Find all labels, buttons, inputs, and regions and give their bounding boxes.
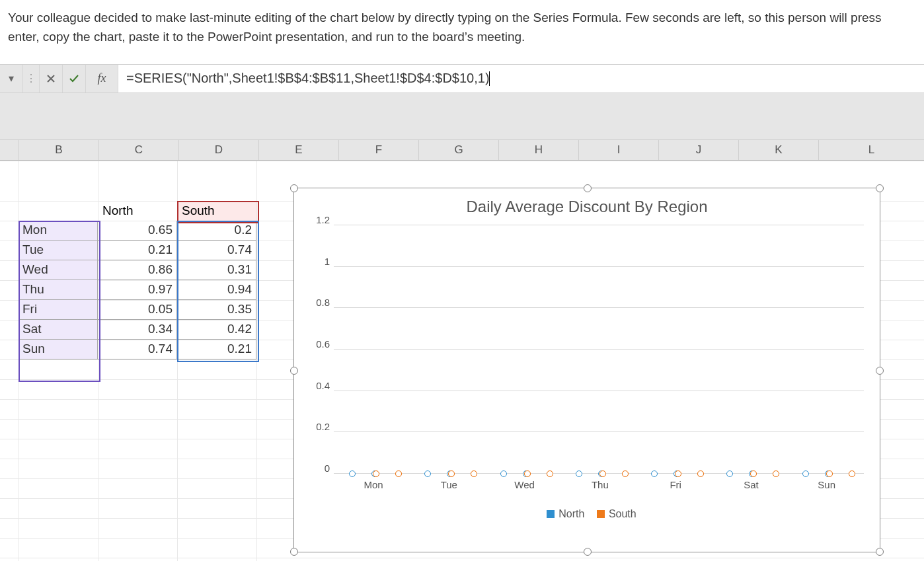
cancel-button[interactable]: [40, 65, 63, 93]
cell-south[interactable]: 0.31: [177, 260, 256, 280]
x-axis: MonTueWedThuFriSatSun: [334, 479, 864, 498]
legend-label-north: North: [558, 508, 584, 519]
x-tick-label: Wed: [492, 479, 558, 490]
chart-title[interactable]: Daily Average Discount By Region: [294, 188, 880, 220]
row-day[interactable]: Mon: [19, 221, 98, 241]
cell-south[interactable]: 0.42: [177, 320, 256, 340]
header-south[interactable]: South: [177, 201, 256, 221]
y-tick: 1: [325, 255, 330, 266]
col-header-K[interactable]: K: [739, 140, 819, 160]
formula-bar: ▾ ⋮ fx =SERIES("North",Sheet1!$B$4:$B$11…: [0, 65, 924, 93]
cell-north[interactable]: 0.34: [98, 320, 177, 340]
header-north[interactable]: North: [98, 201, 177, 221]
cell-south[interactable]: 0.2: [177, 221, 256, 241]
x-tick-label: Sun: [794, 479, 860, 490]
y-tick: 0.2: [316, 421, 330, 432]
x-tick-label: Tue: [416, 479, 482, 490]
check-icon: [69, 73, 79, 84]
resize-handle[interactable]: [290, 367, 298, 375]
resize-handle[interactable]: [584, 184, 592, 192]
cell-north[interactable]: 0.86: [98, 260, 177, 280]
legend-label-south: South: [609, 508, 636, 519]
formula-text: =SERIES("North",Sheet1!$B$4:$B$11,Sheet1…: [126, 71, 490, 86]
cell-south[interactable]: 0.35: [177, 300, 256, 320]
chart-legend[interactable]: North South: [294, 498, 880, 520]
col-header-I[interactable]: I: [579, 140, 659, 160]
y-axis: 0 0.2 0.4 0.6 0.8 1 1.2: [306, 225, 332, 474]
col-header-D[interactable]: D: [179, 140, 259, 160]
chart-plot-area[interactable]: 0 0.2 0.4 0.6 0.8 1 1.2: [334, 225, 864, 474]
cell-south[interactable]: 0.21: [177, 340, 256, 359]
resize-handle[interactable]: [876, 548, 884, 556]
row-day[interactable]: Fri: [19, 300, 98, 320]
close-icon: [46, 73, 56, 84]
cell-north[interactable]: 0.65: [98, 221, 177, 241]
col-header-J[interactable]: J: [659, 140, 739, 160]
intro-text: Your colleague decided to make last-minu…: [0, 0, 924, 64]
cell-north[interactable]: 0.05: [98, 300, 177, 320]
y-tick: 0.6: [316, 338, 330, 349]
row-day[interactable]: Sat: [19, 320, 98, 340]
x-tick-label: Mon: [340, 479, 406, 490]
col-header-H[interactable]: H: [499, 140, 579, 160]
spreadsheet-editor: ▾ ⋮ fx =SERIES("North",Sheet1!$B$4:$B$11…: [0, 64, 924, 561]
x-tick-label: Fri: [642, 479, 709, 490]
cell-south[interactable]: 0.74: [177, 241, 256, 260]
row-day[interactable]: Thu: [19, 280, 98, 300]
formula-bar-options-button[interactable]: ⋮: [23, 65, 40, 93]
row-day[interactable]: Wed: [19, 260, 98, 280]
x-tick-label: Sat: [718, 479, 784, 490]
legend-swatch-north: [547, 510, 555, 518]
resize-handle[interactable]: [290, 548, 298, 556]
chart-object[interactable]: Daily Average Discount By Region 0 0.2 0…: [293, 188, 880, 552]
cell-north[interactable]: 0.74: [98, 340, 177, 359]
col-header-C[interactable]: C: [99, 140, 179, 160]
cell-north[interactable]: 0.21: [98, 241, 177, 260]
resize-handle[interactable]: [876, 367, 884, 375]
y-tick: 0.8: [316, 297, 330, 308]
data-table[interactable]: North South Mon0.650.2 Tue0.210.74 Wed0.…: [19, 201, 256, 359]
y-tick: 0: [325, 462, 330, 473]
col-header-F[interactable]: F: [339, 140, 419, 160]
col-header-E[interactable]: E: [259, 140, 339, 160]
cell-north[interactable]: 0.97: [98, 280, 177, 300]
resize-handle[interactable]: [876, 184, 884, 192]
col-header-L[interactable]: L: [819, 140, 924, 160]
formula-input[interactable]: =SERIES("North",Sheet1!$B$4:$B$11,Sheet1…: [118, 65, 924, 93]
row-day[interactable]: Sun: [19, 340, 98, 359]
resize-handle[interactable]: [584, 548, 592, 556]
fx-button[interactable]: fx: [86, 65, 118, 93]
resize-handle[interactable]: [290, 184, 298, 192]
column-headers[interactable]: B C D E F G H I J K L: [0, 139, 924, 161]
col-header-B[interactable]: B: [19, 140, 99, 160]
x-tick-label: Thu: [567, 479, 633, 490]
cell-south[interactable]: 0.94: [177, 280, 256, 300]
col-header-G[interactable]: G: [419, 140, 499, 160]
accept-button[interactable]: [63, 65, 86, 93]
legend-swatch-south: [597, 510, 605, 518]
text-caret: [489, 71, 490, 86]
namebox-dropdown-button[interactable]: ▾: [0, 65, 23, 93]
row-day[interactable]: Tue: [19, 241, 98, 260]
y-tick: 1.2: [316, 213, 330, 225]
y-tick: 0.4: [316, 379, 330, 391]
worksheet-grid[interactable]: North South Mon0.650.2 Tue0.210.74 Wed0.…: [0, 161, 924, 561]
